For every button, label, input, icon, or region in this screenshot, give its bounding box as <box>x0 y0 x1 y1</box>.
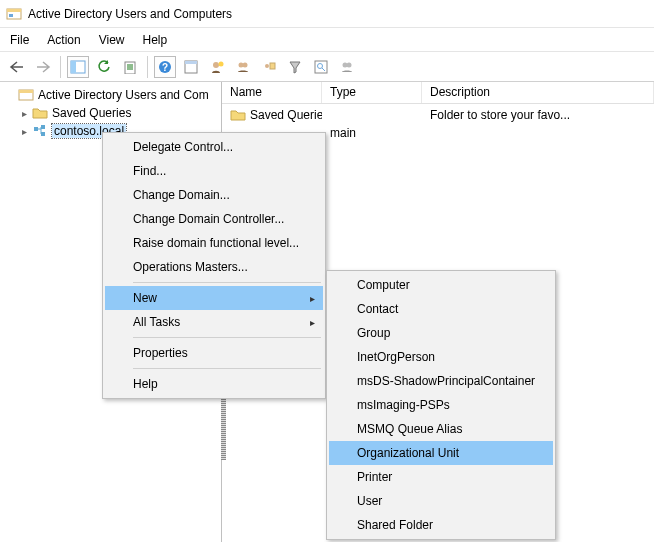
nav-back-button[interactable] <box>6 56 28 78</box>
chevron-right-icon[interactable]: ▸ <box>18 107 30 119</box>
tree-item-saved-queries[interactable]: ▸ Saved Queries <box>0 104 221 122</box>
title-bar: Active Directory Users and Computers <box>0 0 654 28</box>
expander-icon[interactable] <box>4 89 16 101</box>
svg-rect-5 <box>125 62 135 74</box>
menu-action[interactable]: Action <box>47 33 80 47</box>
filter-icon[interactable] <box>284 56 306 78</box>
menu-item-operations-masters[interactable]: Operations Masters... <box>105 255 323 279</box>
context-menu-new: Computer Contact Group InetOrgPerson msD… <box>326 270 556 540</box>
cell-name: Saved Queries <box>250 108 322 122</box>
menu-item-new-computer[interactable]: Computer <box>329 273 553 297</box>
menu-item-find[interactable]: Find... <box>105 159 323 183</box>
new-ou-icon[interactable] <box>258 56 280 78</box>
svg-rect-2 <box>9 14 13 17</box>
find-icon[interactable] <box>310 56 332 78</box>
menu-item-new-shadowprincipal[interactable]: msDS-ShadowPrincipalContainer <box>329 369 553 393</box>
refresh-button[interactable] <box>93 56 115 78</box>
menu-item-all-tasks[interactable]: All Tasks <box>105 310 323 334</box>
toolbar: ? <box>0 52 654 82</box>
properties-button[interactable] <box>180 56 202 78</box>
svg-point-14 <box>265 64 269 68</box>
menu-item-properties[interactable]: Properties <box>105 341 323 365</box>
menu-item-new-shared-folder[interactable]: Shared Folder <box>329 513 553 537</box>
svg-rect-1 <box>7 9 21 12</box>
help-button[interactable]: ? <box>154 56 176 78</box>
svg-rect-22 <box>19 90 33 93</box>
svg-rect-24 <box>41 125 45 129</box>
menu-item-new-user[interactable]: User <box>329 489 553 513</box>
tree-root-label: Active Directory Users and Com <box>38 88 209 102</box>
new-user-icon[interactable] <box>206 56 228 78</box>
cell-type: main <box>322 126 422 140</box>
svg-point-11 <box>219 61 224 66</box>
menu-item-change-domain[interactable]: Change Domain... <box>105 183 323 207</box>
svg-rect-9 <box>185 61 197 64</box>
menu-item-delegate-control[interactable]: Delegate Control... <box>105 135 323 159</box>
export-list-button[interactable] <box>119 56 141 78</box>
svg-rect-4 <box>71 61 76 73</box>
menu-view[interactable]: View <box>99 33 125 47</box>
svg-point-10 <box>213 62 219 68</box>
col-header-type[interactable]: Type <box>322 82 422 103</box>
svg-rect-25 <box>41 132 45 136</box>
svg-point-13 <box>243 62 248 67</box>
menu-separator <box>133 337 321 338</box>
menu-item-raise-functional-level[interactable]: Raise domain functional level... <box>105 231 323 255</box>
svg-rect-23 <box>34 127 38 131</box>
window-title: Active Directory Users and Computers <box>28 7 232 21</box>
menu-separator <box>133 282 321 283</box>
menu-separator <box>133 368 321 369</box>
menu-item-new-ou[interactable]: Organizational Unit <box>329 441 553 465</box>
menu-bar: File Action View Help <box>0 28 654 52</box>
svg-rect-16 <box>315 61 327 73</box>
new-group-icon[interactable] <box>232 56 254 78</box>
menu-help[interactable]: Help <box>143 33 168 47</box>
svg-rect-15 <box>270 63 275 69</box>
nav-forward-button[interactable] <box>32 56 54 78</box>
menu-item-change-dc[interactable]: Change Domain Controller... <box>105 207 323 231</box>
list-row[interactable]: Saved Queries Folder to store your favo.… <box>222 106 654 124</box>
chevron-right-icon[interactable]: ▸ <box>18 125 30 137</box>
svg-text:?: ? <box>162 62 168 73</box>
folder-icon <box>230 107 246 123</box>
menu-item-new[interactable]: New <box>105 286 323 310</box>
svg-point-20 <box>347 62 352 67</box>
aduc-icon <box>18 87 34 103</box>
menu-item-new-printer[interactable]: Printer <box>329 465 553 489</box>
menu-file[interactable]: File <box>10 33 29 47</box>
menu-item-help[interactable]: Help <box>105 372 323 396</box>
menu-item-new-msmq-alias[interactable]: MSMQ Queue Alias <box>329 417 553 441</box>
list-header: Name Type Description <box>222 82 654 104</box>
tree-root[interactable]: Active Directory Users and Com <box>0 86 221 104</box>
menu-item-new-inetorgperson[interactable]: InetOrgPerson <box>329 345 553 369</box>
domain-icon <box>32 123 48 139</box>
context-menu-domain: Delegate Control... Find... Change Domai… <box>102 132 326 399</box>
show-hide-tree-button[interactable] <box>67 56 89 78</box>
app-icon <box>6 6 22 22</box>
menu-item-new-group[interactable]: Group <box>329 321 553 345</box>
col-header-name[interactable]: Name <box>222 82 322 103</box>
menu-item-new-msimaging-psps[interactable]: msImaging-PSPs <box>329 393 553 417</box>
cell-desc: Folder to store your favo... <box>422 108 654 122</box>
menu-item-new-contact[interactable]: Contact <box>329 297 553 321</box>
tree-label: Saved Queries <box>52 106 131 120</box>
col-header-description[interactable]: Description <box>422 82 654 103</box>
folder-icon <box>32 105 48 121</box>
add-to-group-icon[interactable] <box>336 56 358 78</box>
